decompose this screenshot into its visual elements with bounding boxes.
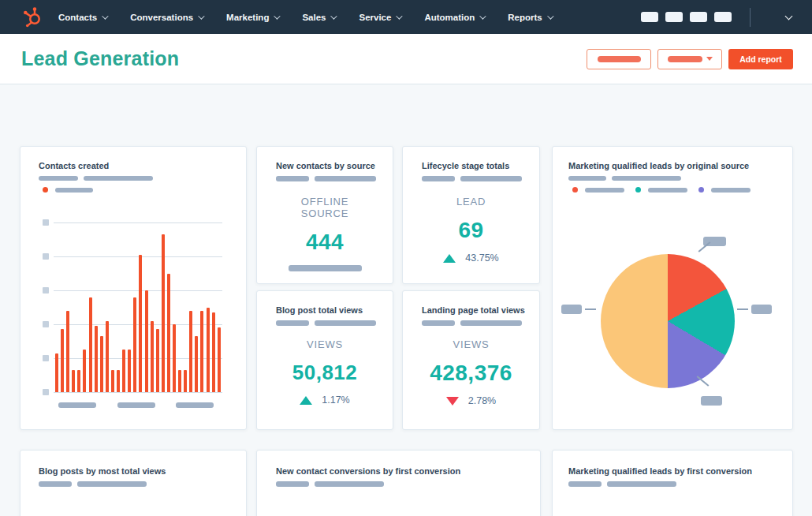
- stat-delta: 1.17%: [276, 394, 374, 406]
- x-axis-tick-placeholders: [54, 392, 222, 408]
- card-lifecycle-stage-totals: Lifecycle stage totals LEAD 69 43.75%: [402, 146, 540, 284]
- y-axis-tick-placeholder: [43, 321, 49, 327]
- bar[interactable]: [218, 327, 221, 392]
- bar[interactable]: [156, 329, 159, 392]
- chevron-down-icon: [198, 13, 204, 19]
- pie-chart[interactable]: [601, 254, 735, 388]
- header-actions: Add report: [587, 49, 793, 69]
- account-chevron-down-icon[interactable]: [785, 12, 793, 20]
- y-axis-tick-placeholder: [43, 219, 49, 226]
- bar[interactable]: [139, 255, 142, 392]
- card-subtitle-placeholders: [568, 481, 792, 487]
- y-axis-tick-placeholder: [43, 287, 49, 294]
- dashboard-dropdown-button[interactable]: [657, 49, 722, 69]
- stat-label: VIEWS: [276, 338, 374, 350]
- nav-item-marketing[interactable]: Marketing: [226, 13, 278, 22]
- stat-label: OFFLINE SOURCE: [276, 196, 374, 219]
- bar[interactable]: [133, 297, 136, 392]
- y-axis-tick-placeholder: [43, 355, 49, 361]
- nav-tool-placeholder-3[interactable]: [690, 12, 707, 22]
- bar[interactable]: [167, 274, 170, 393]
- stat-value: 428,376: [422, 361, 520, 386]
- y-axis-tick-placeholder: [43, 253, 49, 260]
- stat-label: VIEWS: [422, 338, 520, 350]
- nav-tool-placeholder-4[interactable]: [714, 12, 732, 22]
- pie-tick-right: [737, 308, 748, 310]
- bar[interactable]: [178, 370, 181, 392]
- card-title: New contacts by source: [276, 161, 393, 170]
- delta-value: 43.75%: [465, 252, 498, 264]
- nav-item-sales[interactable]: Sales: [302, 13, 335, 22]
- chevron-down-icon: [547, 13, 553, 19]
- nav-item-label: Automation: [424, 13, 475, 22]
- chevron-down-icon: [397, 13, 403, 19]
- nav-item-label: Contacts: [58, 13, 97, 22]
- bar[interactable]: [95, 326, 98, 392]
- delta-value: 1.17%: [322, 394, 349, 406]
- bar[interactable]: [184, 370, 187, 392]
- bar[interactable]: [162, 234, 165, 392]
- bar[interactable]: [89, 297, 92, 392]
- bar[interactable]: [106, 321, 109, 392]
- bar[interactable]: [100, 336, 103, 392]
- bar[interactable]: [61, 329, 64, 392]
- card-subtitle-placeholders: [422, 320, 539, 326]
- card-subtitle-placeholders: [422, 176, 539, 181]
- bar[interactable]: [122, 350, 125, 392]
- stat-delta: 2.78%: [422, 395, 520, 406]
- nav-item-conversations[interactable]: Conversations: [130, 13, 203, 22]
- delta-value: 2.78%: [468, 395, 496, 406]
- nav-item-automation[interactable]: Automation: [424, 13, 484, 22]
- nav-tool-placeholder-2[interactable]: [665, 12, 683, 22]
- bar[interactable]: [111, 370, 114, 392]
- hubspot-logo-icon[interactable]: [20, 6, 44, 29]
- card-new-contact-conversions: New contact conversions by first convers…: [256, 450, 541, 516]
- page-title: Lead Generation: [21, 47, 179, 70]
- bar[interactable]: [189, 311, 192, 392]
- card-blog-post-total-views: Blog post total views VIEWS 50,812 1.17%: [256, 290, 393, 430]
- y-axis-tick-placeholder: [43, 389, 49, 395]
- card-subtitle-placeholders: [276, 176, 393, 181]
- nav-menu: ContactsConversationsMarketingSalesServi…: [58, 13, 552, 22]
- page-header: Lead Generation Add report: [0, 34, 812, 84]
- nav-item-contacts[interactable]: Contacts: [58, 13, 106, 22]
- pie-label-right: [751, 305, 772, 314]
- bar[interactable]: [207, 308, 210, 393]
- bar[interactable]: [72, 370, 75, 392]
- card-title: New contact conversions by first convers…: [276, 466, 540, 476]
- bar[interactable]: [128, 350, 131, 392]
- bar[interactable]: [66, 311, 69, 392]
- add-report-button[interactable]: Add report: [728, 49, 793, 69]
- bar[interactable]: [212, 312, 215, 392]
- delta-up-icon: [443, 254, 456, 263]
- nav-divider: [750, 8, 751, 27]
- stat-value: 69: [422, 218, 520, 243]
- card-subtitle-placeholders: [276, 320, 393, 326]
- card-title: Blog posts by most total views: [39, 466, 246, 476]
- bar[interactable]: [77, 370, 80, 392]
- bar[interactable]: [151, 321, 154, 392]
- bar[interactable]: [200, 311, 203, 392]
- delta-down-icon: [446, 397, 459, 406]
- bar[interactable]: [173, 324, 176, 392]
- card-title: Landing page total views: [422, 305, 539, 315]
- nav-tool-placeholder-1[interactable]: [641, 12, 658, 22]
- pie-chart-area: [553, 147, 794, 431]
- delta-up-icon: [300, 396, 312, 405]
- nav-item-label: Service: [359, 13, 391, 22]
- nav-item-reports[interactable]: Reports: [508, 13, 551, 22]
- chevron-down-icon: [102, 13, 108, 19]
- lead-generation-dashboard: ContactsConversationsMarketingSalesServi…: [0, 0, 812, 516]
- bar[interactable]: [195, 336, 198, 392]
- nav-item-service[interactable]: Service: [359, 13, 400, 22]
- card-title: Contacts created: [39, 161, 246, 170]
- card-mql-by-first-conversion: Marketing qualified leads by first conve…: [552, 450, 793, 516]
- button-label-placeholder: [668, 56, 702, 62]
- dashboard-action-button[interactable]: [587, 49, 651, 69]
- bar[interactable]: [117, 370, 120, 392]
- chevron-down-icon: [274, 13, 281, 19]
- bar[interactable]: [55, 353, 58, 392]
- bar[interactable]: [83, 350, 86, 392]
- bar[interactable]: [145, 290, 148, 392]
- stat-value: 444: [276, 230, 374, 255]
